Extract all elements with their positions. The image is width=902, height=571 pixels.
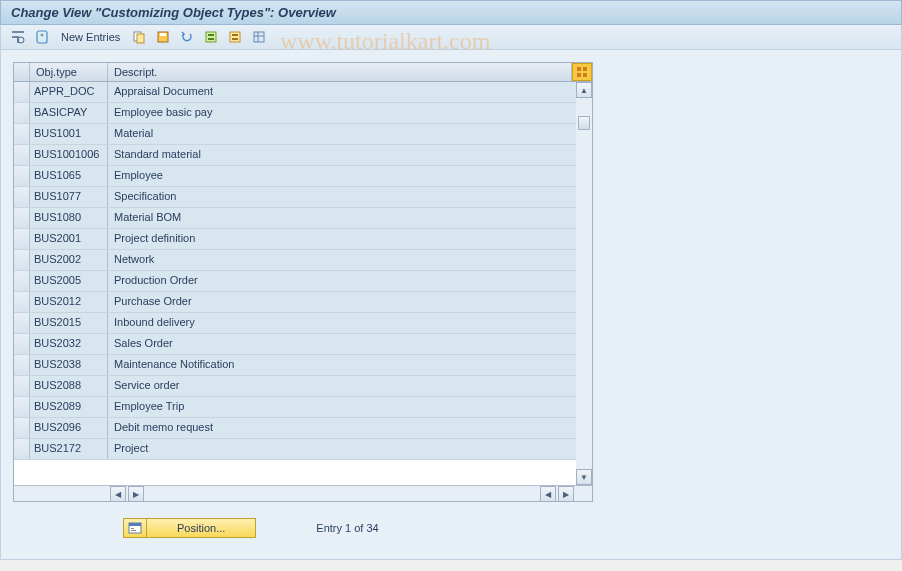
table-row: BUS1080Material BOM [14, 208, 592, 229]
cell-objtype[interactable]: BUS2002 [30, 250, 108, 270]
svg-point-0 [18, 37, 24, 43]
cell-description[interactable]: Employee Trip [108, 397, 576, 417]
entry-status: Entry 1 of 34 [316, 522, 378, 534]
scroll-thumb[interactable] [578, 116, 590, 130]
row-selector[interactable] [14, 292, 30, 312]
select-all-icon[interactable] [202, 28, 220, 46]
toolbar: New Entries [0, 25, 902, 50]
table-row: BUS2002Network [14, 250, 592, 271]
cell-description[interactable]: Employee [108, 166, 576, 186]
row-selector[interactable] [14, 271, 30, 291]
row-selector[interactable] [14, 82, 30, 102]
cell-description[interactable]: Employee basic pay [108, 103, 576, 123]
deselect-all-icon[interactable] [226, 28, 244, 46]
column-header-description[interactable]: Descript. [108, 63, 572, 81]
cell-description[interactable]: Inbound delivery [108, 313, 576, 333]
row-selector[interactable] [14, 208, 30, 228]
row-selector[interactable] [14, 250, 30, 270]
hscroll-right-step-button[interactable]: ▶ [128, 486, 144, 502]
cell-description[interactable]: Service order [108, 376, 576, 396]
cell-objtype[interactable]: BUS2088 [30, 376, 108, 396]
cell-objtype[interactable]: BUS2005 [30, 271, 108, 291]
svg-rect-13 [254, 32, 264, 42]
table-row: BASICPAYEmployee basic pay [14, 103, 592, 124]
cell-objtype[interactable]: BASICPAY [30, 103, 108, 123]
copy-icon[interactable] [130, 28, 148, 46]
horizontal-scrollbar[interactable]: ◀ ▶ ◀ ▶ [14, 485, 592, 501]
svg-rect-22 [131, 528, 134, 529]
cell-description[interactable]: Network [108, 250, 576, 270]
scroll-track[interactable] [576, 98, 592, 469]
cell-description[interactable]: Specification [108, 187, 576, 207]
cell-description[interactable]: Project definition [108, 229, 576, 249]
vertical-scrollbar[interactable]: ▲ ▼ [576, 82, 592, 485]
undo-icon[interactable] [178, 28, 196, 46]
cell-objtype[interactable]: BUS2089 [30, 397, 108, 417]
cell-objtype[interactable]: BUS1001 [30, 124, 108, 144]
svg-rect-11 [232, 34, 238, 36]
svg-rect-16 [577, 67, 581, 71]
cell-description[interactable]: Material BOM [108, 208, 576, 228]
svg-rect-4 [137, 34, 144, 43]
cell-description[interactable]: Purchase Order [108, 292, 576, 312]
save-icon[interactable] [154, 28, 172, 46]
table-row: BUS2032Sales Order [14, 334, 592, 355]
svg-rect-18 [577, 73, 581, 77]
table-config-icon[interactable] [572, 63, 592, 81]
hscroll-left-button[interactable]: ◀ [110, 486, 126, 502]
toggle-view-icon[interactable] [9, 28, 27, 46]
cell-description[interactable]: Debit memo request [108, 418, 576, 438]
row-selector[interactable] [14, 229, 30, 249]
row-selector[interactable] [14, 334, 30, 354]
row-selector[interactable] [14, 313, 30, 333]
position-button[interactable]: Position... [147, 518, 256, 538]
cell-objtype[interactable]: BUS2172 [30, 439, 108, 459]
position-icon-button[interactable] [123, 518, 147, 538]
cell-objtype[interactable]: BUS2032 [30, 334, 108, 354]
cell-objtype[interactable]: BUS2001 [30, 229, 108, 249]
cell-description[interactable]: Standard material [108, 145, 576, 165]
cell-objtype[interactable]: BUS1001006 [30, 145, 108, 165]
cell-objtype[interactable]: BUS1080 [30, 208, 108, 228]
svg-rect-8 [208, 34, 214, 36]
row-selector[interactable] [14, 187, 30, 207]
cell-objtype[interactable]: BUS2096 [30, 418, 108, 438]
scroll-up-button[interactable]: ▲ [576, 82, 592, 98]
row-selector[interactable] [14, 418, 30, 438]
cell-objtype[interactable]: BUS1077 [30, 187, 108, 207]
table-row: BUS2089Employee Trip [14, 397, 592, 418]
cell-objtype[interactable]: BUS2015 [30, 313, 108, 333]
content-area: Obj.type Descript. APPR_DOCAppraisal Doc… [0, 50, 902, 560]
row-selector[interactable] [14, 124, 30, 144]
table-row: BUS1001Material [14, 124, 592, 145]
row-selector[interactable] [14, 103, 30, 123]
cell-objtype[interactable]: APPR_DOC [30, 82, 108, 102]
hscroll-right-end-button[interactable]: ▶ [558, 486, 574, 502]
scroll-down-button[interactable]: ▼ [576, 469, 592, 485]
cell-description[interactable]: Maintenance Notification [108, 355, 576, 375]
cell-objtype[interactable]: BUS2012 [30, 292, 108, 312]
table-row: BUS2015Inbound delivery [14, 313, 592, 334]
svg-rect-12 [232, 38, 238, 40]
row-selector[interactable] [14, 439, 30, 459]
row-selector[interactable] [14, 145, 30, 165]
cell-objtype[interactable]: BUS1065 [30, 166, 108, 186]
svg-rect-17 [583, 67, 587, 71]
cell-description[interactable]: Production Order [108, 271, 576, 291]
cell-description[interactable]: Project [108, 439, 576, 459]
row-selector[interactable] [14, 355, 30, 375]
new-entries-button[interactable]: New Entries [57, 29, 124, 45]
svg-rect-21 [129, 523, 141, 526]
table-settings-icon[interactable] [250, 28, 268, 46]
select-all-header[interactable] [14, 63, 30, 81]
row-selector[interactable] [14, 166, 30, 186]
cell-description[interactable]: Sales Order [108, 334, 576, 354]
row-selector[interactable] [14, 376, 30, 396]
row-selector[interactable] [14, 397, 30, 417]
search-icon[interactable] [33, 28, 51, 46]
column-header-objtype[interactable]: Obj.type [30, 63, 108, 81]
cell-objtype[interactable]: BUS2038 [30, 355, 108, 375]
cell-description[interactable]: Appraisal Document [108, 82, 576, 102]
hscroll-left-end-button[interactable]: ◀ [540, 486, 556, 502]
cell-description[interactable]: Material [108, 124, 576, 144]
